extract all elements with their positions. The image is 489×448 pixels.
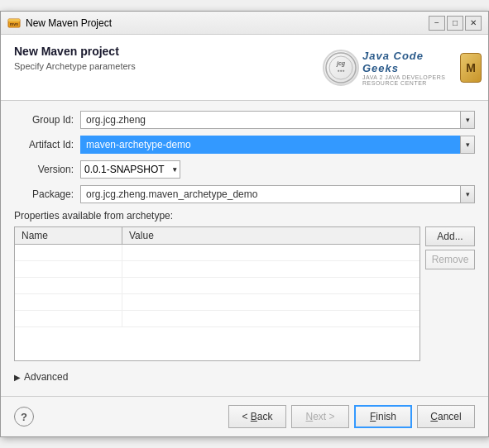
add-button[interactable]: Add... [425,226,475,246]
prop-row-2 [15,261,419,278]
version-label: Version: [14,164,80,175]
header-logo: jcg ●●● Java Code Geeks JAVA 2 JAVA DEVE… [323,35,488,100]
group-id-label: Group Id: [14,114,80,126]
jcg-circle: jcg ●●● [323,50,359,86]
properties-section-label: Properties available from archetype: [14,210,475,222]
prop-cell-value-4 [122,294,419,310]
version-row: Version: 0.0.1-SNAPSHOT ▾ [14,160,475,179]
back-button[interactable]: < Back [228,405,286,428]
footer: ? < Back Next > Finish Cancel [1,396,488,436]
prop-cell-name-5 [15,311,122,326]
wizard-subtitle: Specify Archetype parameters [14,61,309,71]
jcg-text-area: Java Code Geeks JAVA 2 JAVA DEVELOPERS R… [362,50,455,86]
svg-text:●●●: ●●● [337,68,344,73]
artifact-id-label: Artifact Id: [14,139,80,150]
artifact-id-input[interactable] [80,136,460,154]
properties-body [15,245,419,360]
add-remove-buttons: Add... Remove [425,226,475,269]
header-area: New Maven project Specify Archetype para… [1,35,488,101]
prop-cell-value-3 [122,278,419,293]
col-value-header: Value [122,227,419,244]
advanced-row[interactable]: ▶ Advanced [14,368,475,386]
next-button[interactable]: Next > [291,405,349,428]
back-button-label: < Back [242,411,272,422]
title-bar-text: New Maven Project [26,17,424,29]
title-bar: mvn New Maven Project − □ ✕ [1,12,488,35]
content-area: Group Id: ▾ Artifact Id: ▾ Version: 0.0.… [1,101,488,396]
package-label: Package: [14,188,80,200]
artifact-id-dropdown-arrow[interactable]: ▾ [460,136,475,154]
package-row: Package: ▾ [14,185,475,203]
prop-row-3 [15,278,419,294]
group-id-row: Group Id: ▾ [14,111,475,129]
group-id-field-wrapper: ▾ [80,111,475,129]
prop-cell-value-5 [122,311,419,326]
window-icon: mvn [7,17,21,30]
next-button-label: Next > [305,411,334,422]
prop-cell-name-3 [15,278,122,293]
wizard-title: New Maven project [14,45,309,58]
main-window: mvn New Maven Project − □ ✕ New Maven pr… [0,11,489,437]
minimize-button[interactable]: − [429,16,445,31]
prop-row-1 [15,245,419,261]
finish-button-label: Finish [370,411,396,422]
remove-button[interactable]: Remove [425,250,475,269]
svg-text:mvn: mvn [10,21,18,26]
col-name-header: Name [15,227,122,244]
version-select-wrapper: 0.0.1-SNAPSHOT ▾ [80,160,180,179]
finish-button[interactable]: Finish [354,405,412,428]
package-input[interactable] [80,185,460,203]
help-button[interactable]: ? [14,407,34,427]
properties-table: Name Value [14,226,420,361]
properties-table-with-buttons: Name Value [14,226,475,368]
maven-icon: M [460,53,482,83]
prop-row-5 [15,311,419,327]
group-id-dropdown-arrow[interactable]: ▾ [460,111,475,129]
header-left: New Maven project Specify Archetype para… [1,35,323,100]
title-bar-controls: − □ ✕ [429,16,482,31]
close-button[interactable]: ✕ [465,16,482,31]
properties-header: Name Value [15,227,419,245]
artifact-id-field-wrapper: ▾ [80,136,475,154]
package-dropdown-arrow[interactable]: ▾ [460,185,475,203]
jcg-sub-text: JAVA 2 JAVA DEVELOPERS RESOURCE CENTER [362,74,455,86]
prop-row-4 [15,294,419,311]
prop-cell-name-4 [15,294,122,310]
svg-text:jcg: jcg [336,60,346,67]
prop-cell-value-1 [122,245,419,260]
prop-cell-name-1 [15,245,122,260]
cancel-button[interactable]: Cancel [417,405,475,428]
cancel-button-label: Cancel [430,411,461,422]
jcg-logo: jcg ●●● Java Code Geeks JAVA 2 JAVA DEVE… [323,50,455,86]
artifact-id-row: Artifact Id: ▾ [14,136,475,154]
version-select[interactable]: 0.0.1-SNAPSHOT [80,160,180,179]
advanced-label: Advanced [24,371,68,383]
prop-cell-name-2 [15,261,122,277]
group-id-input[interactable] [80,111,460,129]
prop-cell-value-2 [122,261,419,277]
advanced-arrow-icon: ▶ [14,373,21,382]
maximize-button[interactable]: □ [447,16,463,31]
package-field-wrapper: ▾ [80,185,475,203]
jcg-main-text: Java Code Geeks [362,50,455,74]
